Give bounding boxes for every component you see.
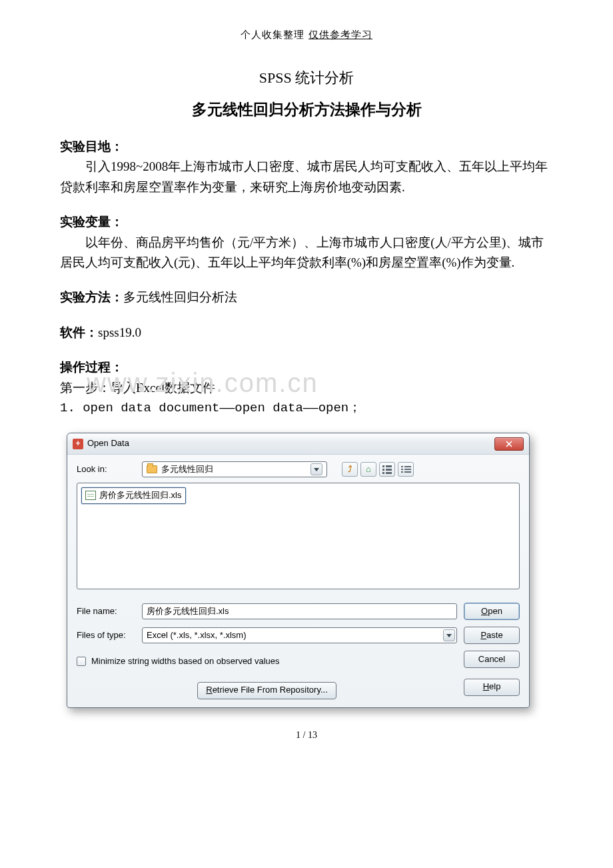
header-left: 个人收集整理 bbox=[241, 29, 305, 40]
home-button[interactable]: ⌂ bbox=[360, 462, 376, 477]
close-icon bbox=[506, 441, 512, 447]
page-title-2: 多元线性回归分析方法操作与分析 bbox=[60, 97, 553, 122]
folder-icon bbox=[147, 465, 157, 473]
step1: 第一步：导入Excel数据文件 bbox=[60, 378, 553, 398]
minimize-checkbox[interactable] bbox=[77, 657, 86, 666]
dialog-titlebar: Open Data bbox=[67, 433, 529, 455]
method-label: 实验方法： bbox=[60, 290, 123, 304]
chevron-down-icon[interactable] bbox=[310, 463, 322, 475]
retrieve-repo-button[interactable]: Retrieve File From Repository... bbox=[197, 682, 336, 699]
filename-label: File name: bbox=[77, 605, 135, 619]
section-software: 软件：spss19.0 bbox=[60, 323, 553, 343]
lookin-combo[interactable]: 多元线性回归 bbox=[142, 461, 327, 477]
details-view-icon bbox=[401, 466, 411, 473]
purpose-label: 实验目地： bbox=[60, 137, 553, 157]
section-method: 实验方法：多元线性回归分析法 bbox=[60, 287, 553, 307]
vars-text: 以年份、商品房平均售价（元/平方米）、上海市城市人口密度(人/平方公里)、城市居… bbox=[60, 233, 553, 273]
open-data-dialog: Open Data Look in: 多元线性回归 ⤴ ⌂ bbox=[67, 433, 530, 708]
open-button[interactable]: Open bbox=[464, 603, 520, 620]
section-variables: 实验变量： 以年份、商品房平均售价（元/平方米）、上海市城市人口密度(人/平方公… bbox=[60, 212, 553, 273]
filename-value: 房价多元线性回归.xls bbox=[147, 605, 229, 619]
list-view-button[interactable] bbox=[379, 462, 395, 477]
list-view-icon bbox=[382, 465, 392, 474]
lookin-label: Look in: bbox=[77, 463, 135, 477]
step1-sub: 1. open data document——open data——open； bbox=[60, 398, 553, 418]
filetype-label: Files of type: bbox=[77, 629, 135, 643]
close-button[interactable] bbox=[494, 437, 524, 451]
purpose-text: 引入1998~2008年上海市城市人口密度、城市居民人均可支配收入、五年以上平均… bbox=[60, 157, 553, 197]
home-icon: ⌂ bbox=[366, 463, 371, 477]
filetype-combo[interactable]: Excel (*.xls, *.xlsx, *.xlsm) bbox=[142, 627, 457, 643]
software-label: 软件： bbox=[60, 325, 98, 339]
file-item-label: 房价多元线性回归.xls bbox=[99, 489, 182, 503]
section-purpose: 实验目地： 引入1998~2008年上海市城市人口密度、城市居民人均可支配收入、… bbox=[60, 137, 553, 197]
up-one-level-button[interactable]: ⤴ bbox=[342, 462, 358, 477]
app-icon bbox=[73, 439, 83, 449]
chevron-down-icon[interactable] bbox=[443, 629, 455, 641]
up-arrow-icon: ⤴ bbox=[348, 463, 352, 477]
process-label: 操作过程： bbox=[60, 357, 553, 377]
cancel-button[interactable]: Cancel bbox=[464, 651, 520, 668]
header-right: 仅供参考学习 bbox=[308, 29, 372, 40]
excel-file-icon bbox=[85, 491, 96, 500]
file-item-selected[interactable]: 房价多元线性回归.xls bbox=[81, 487, 186, 504]
minimize-label: Minimize string widths based on observed… bbox=[91, 655, 280, 669]
dialog-title: Open Data bbox=[87, 437, 129, 451]
details-view-button[interactable] bbox=[398, 462, 414, 477]
help-button[interactable]: Help bbox=[464, 679, 520, 696]
software-text: spss19.0 bbox=[98, 325, 141, 339]
section-process: 操作过程： 第一步：导入Excel数据文件 www.zixin.com.cn 1… bbox=[60, 357, 553, 418]
page-title-1: SPSS 统计分析 bbox=[60, 66, 553, 89]
lookin-value: 多元线性回归 bbox=[161, 463, 213, 477]
paste-button[interactable]: Paste bbox=[464, 627, 520, 644]
filename-input[interactable]: 房价多元线性回归.xls bbox=[142, 603, 457, 619]
filetype-value: Excel (*.xls, *.xlsx, *.xlsm) bbox=[147, 629, 247, 643]
method-text: 多元线性回归分析法 bbox=[123, 290, 237, 304]
page-number: 1 / 13 bbox=[60, 728, 553, 743]
vars-label: 实验变量： bbox=[60, 212, 553, 232]
file-list[interactable]: 房价多元线性回归.xls bbox=[77, 483, 520, 589]
page-header: 个人收集整理仅供参考学习 bbox=[60, 27, 553, 43]
